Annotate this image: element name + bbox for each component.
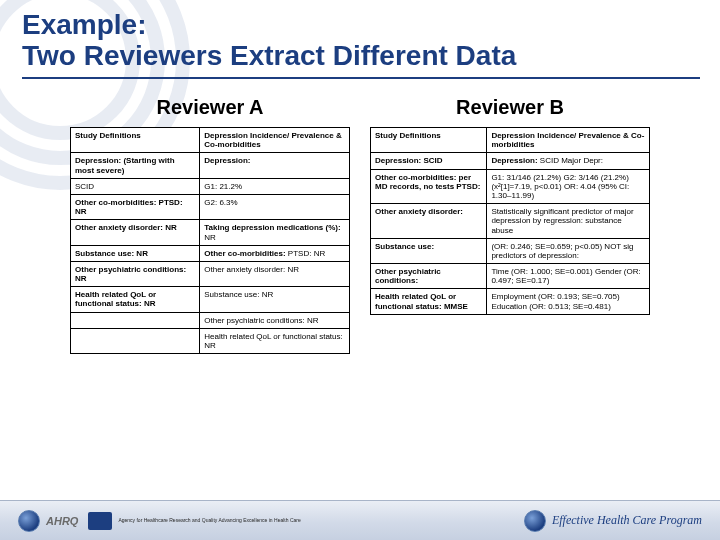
table-cell: Employment (OR: 0.193; SE=0.705) Educati…: [487, 289, 650, 314]
table-cell: Health related QoL or functional status:…: [200, 328, 350, 353]
table-cell: Substance use: NR: [200, 287, 350, 312]
reviewer-b-heading: Reviewer B: [370, 96, 650, 119]
table-row: Depression: SCIDDepression: SCID Major D…: [371, 153, 650, 169]
slide-footer: AHRQ Agency for Healthcare Research and …: [0, 500, 720, 540]
table-row: Substance use:(OR: 0.246; SE=0.659; p<0.…: [371, 238, 650, 263]
reviewer-a-column: Reviewer A Study Definitions Depression …: [70, 96, 350, 500]
table-cell: G1: 31/146 (21.2%) G2: 3/146 (21.2%) (x²…: [487, 169, 650, 204]
table-cell: Health related QoL or functional status:…: [71, 287, 200, 312]
table-header: Depression Incidence/ Prevalence & Co-mo…: [487, 128, 650, 153]
ehc-logo-icon: [524, 510, 546, 532]
table-cell: SCID: [71, 178, 200, 194]
table-row: Other anxiety disorder:Statistically sig…: [371, 204, 650, 239]
table-header: Study Definitions: [371, 128, 487, 153]
table-cell: Other anxiety disorder: NR: [200, 261, 350, 286]
reviewer-b-column: Reviewer B Study Definitions Depression …: [370, 96, 650, 500]
reviewer-a-table: Study Definitions Depression Incidence/ …: [70, 127, 350, 354]
table-cell: Depression: (Starting with most severe): [71, 153, 200, 178]
table-cell: Other psychiatric conditions: NR: [71, 261, 200, 286]
ahrq-logo-text: AHRQ: [46, 515, 78, 527]
table-cell: Statistically significant predictor of m…: [487, 204, 650, 239]
table-cell: Other psychiatric conditions:: [371, 264, 487, 289]
table-row: Other co-morbidities: per MD records, no…: [371, 169, 650, 204]
table-cell: Depression: SCID Major Depr:: [487, 153, 650, 169]
table-row: Health related QoL or functional status:…: [71, 328, 350, 353]
reviewer-a-heading: Reviewer A: [70, 96, 350, 119]
table-cell: G1: 21.2%: [200, 178, 350, 194]
table-cell: Health related QoL or functional status:…: [371, 289, 487, 314]
table-row: Other anxiety disorder: NRTaking depress…: [71, 220, 350, 245]
table-header: Depression Incidence/ Prevalence & Co-mo…: [200, 128, 350, 153]
slide-title: Example: Two Reviewers Extract Different…: [22, 10, 700, 79]
table-cell: Other anxiety disorder: NR: [71, 220, 200, 245]
title-line-1: Example:: [22, 10, 700, 39]
table-row: Substance use: NROther co-morbidities: P…: [71, 245, 350, 261]
table-cell: Depression:: [200, 153, 350, 178]
content-area: Reviewer A Study Definitions Depression …: [0, 96, 720, 500]
table-row: Other psychiatric conditions: NR: [71, 312, 350, 328]
table-cell: Other psychiatric conditions: NR: [200, 312, 350, 328]
table-row: Health related QoL or functional status:…: [71, 287, 350, 312]
table-cell: (OR: 0.246; SE=0.659; p<0.05) NOT sig pr…: [487, 238, 650, 263]
table-cell: Taking depression medications (%): NR: [200, 220, 350, 245]
title-line-2: Two Reviewers Extract Different Data: [22, 41, 700, 78]
footer-left: AHRQ Agency for Healthcare Research and …: [18, 510, 301, 532]
table-cell: Other co-morbidities: per MD records, no…: [371, 169, 487, 204]
table-cell: [71, 328, 200, 353]
hhs-logo-icon: [18, 510, 40, 532]
ahrq-bar-icon: [88, 512, 112, 530]
table-cell: [71, 312, 200, 328]
table-row: Other psychiatric conditions:Time (OR: 1…: [371, 264, 650, 289]
table-row: Other psychiatric conditions: NROther an…: [71, 261, 350, 286]
table-cell: Other co-morbidities: PTSD: NR: [71, 194, 200, 219]
table-cell: Depression: SCID: [371, 153, 487, 169]
table-cell: Substance use:: [371, 238, 487, 263]
table-row: Other co-morbidities: PTSD: NRG2: 6.3%: [71, 194, 350, 219]
ahrq-subtitle: Agency for Healthcare Research and Quali…: [118, 518, 300, 523]
table-row: SCIDG1: 21.2%: [71, 178, 350, 194]
table-row: Health related QoL or functional status:…: [371, 289, 650, 314]
table-cell: Substance use: NR: [71, 245, 200, 261]
table-cell: Other anxiety disorder:: [371, 204, 487, 239]
table-header: Study Definitions: [71, 128, 200, 153]
table-cell: Time (OR: 1.000; SE=0.001) Gender (OR: 0…: [487, 264, 650, 289]
footer-right: Effective Health Care Program: [524, 510, 702, 532]
table-cell: G2: 6.3%: [200, 194, 350, 219]
table-cell: Other co-morbidities: PTSD: NR: [200, 245, 350, 261]
reviewer-b-table: Study Definitions Depression Incidence/ …: [370, 127, 650, 315]
ehc-label: Effective Health Care Program: [552, 513, 702, 528]
table-row: Depression: (Starting with most severe)D…: [71, 153, 350, 178]
